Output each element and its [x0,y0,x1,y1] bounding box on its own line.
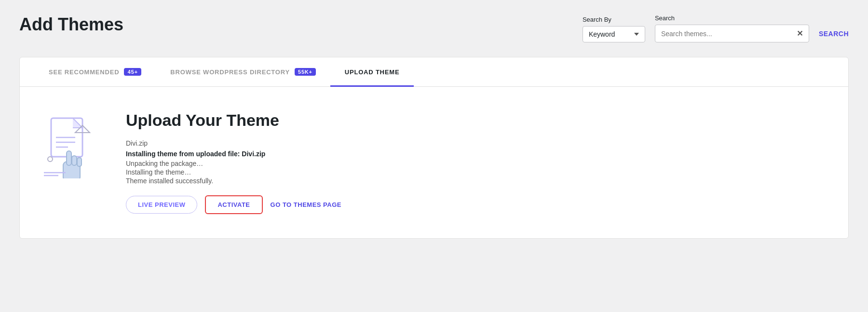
status-unpacking: Unpacking the package… [126,160,829,167]
search-by-label: Search By [583,16,645,23]
clear-icon[interactable]: ✕ [797,29,803,38]
tab-upload-label: UPLOAD THEME [345,68,400,76]
live-preview-button[interactable]: LIVE PREVIEW [126,196,197,214]
search-group: Search ✕ [655,14,809,42]
activate-button[interactable]: ACTIVATE [205,195,262,214]
search-input[interactable] [661,30,793,38]
status-installing: Installing the theme… [126,168,829,176]
install-status: Installing theme from uploaded file: Div… [126,150,829,158]
main-card: SEE RECOMMENDED 45+ BROWSE WORDPRESS DIR… [19,57,849,239]
action-buttons: LIVE PREVIEW ACTIVATE GO TO THEMES PAGE [126,195,829,214]
svg-rect-9 [77,158,81,166]
tab-see-recommended[interactable]: SEE RECOMMENDED 45+ [34,57,156,87]
go-to-themes-button[interactable]: GO TO THEMES PAGE [271,201,341,208]
upload-info: Upload Your Theme Divi.zip Installing th… [126,111,829,214]
upload-theme-icon [41,116,99,178]
tab-upload-theme[interactable]: UPLOAD THEME [330,58,414,87]
tab-browse-badge: 55K+ [295,68,316,76]
tab-browse-label: BROWSE WORDPRESS DIRECTORY [170,68,290,76]
search-label: Search [655,14,809,22]
tab-browse-directory[interactable]: BROWSE WORDPRESS DIRECTORY 55K+ [156,57,330,87]
search-button[interactable]: SEARCH [819,25,849,42]
filename: Divi.zip [126,139,829,147]
svg-point-4 [48,157,53,162]
card-content: Upload Your Theme Divi.zip Installing th… [20,87,848,238]
tabs-bar: SEE RECOMMENDED 45+ BROWSE WORDPRESS DIR… [20,57,848,87]
chevron-down-icon [634,33,639,36]
upload-icon-area [39,111,102,178]
header-row: Add Themes Search By Keyword Search ✕ SE… [19,14,849,42]
svg-rect-8 [72,156,77,165]
page-title: Add Themes [19,14,123,35]
status-success: Theme installed successfully. [126,177,829,185]
tab-recommended-label: SEE RECOMMENDED [49,68,119,76]
search-by-select[interactable]: Keyword [583,26,645,42]
svg-rect-7 [67,151,71,165]
search-area: Search By Keyword Search ✕ SEARCH [583,14,849,42]
tab-recommended-badge: 45+ [124,68,141,76]
page-wrapper: Add Themes Search By Keyword Search ✕ SE… [0,0,868,312]
search-input-wrapper: ✕ [655,25,809,42]
search-by-value: Keyword [589,30,630,38]
upload-section-title: Upload Your Theme [126,111,829,130]
search-by-group: Search By Keyword [583,16,645,42]
